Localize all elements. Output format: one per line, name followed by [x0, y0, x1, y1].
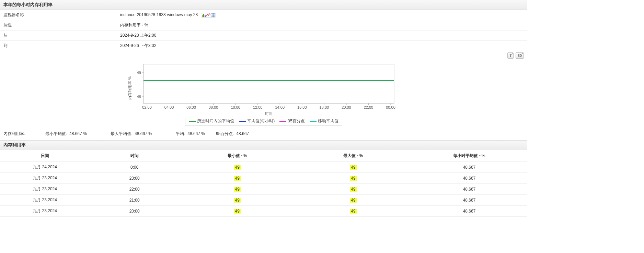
- info-row-monitor: 监视器名称 instance-20190528-1938-windows-may…: [0, 10, 527, 20]
- legend-label: 平均值(每小时): [247, 118, 275, 124]
- info-label: 监视器名称: [0, 10, 117, 20]
- table-header-row: 日期 时间 最小值 - % 最大值 - % 每小时平均值 - %: [0, 150, 527, 162]
- cell-time: 0:00: [90, 162, 179, 173]
- cell-max: 49: [295, 162, 411, 173]
- x-tick-label: 20:00: [342, 105, 351, 109]
- cell-min: 49: [179, 173, 295, 184]
- data-table-body: 九月 24,20240:00494948.667九月 23,202423:004…: [0, 162, 527, 217]
- monitor-name-link[interactable]: instance-20190528-1938-windows-may 28: [120, 12, 198, 17]
- cell-date: 九月 23,2024: [0, 173, 90, 184]
- y-tick-label: 48: [137, 95, 141, 99]
- cell-min: 49: [179, 184, 295, 195]
- x-axis-label: 时间: [265, 111, 273, 116]
- table-row: 九月 24,20240:00494948.667: [0, 162, 527, 173]
- table-row: 九月 23,202422:00494948.667: [0, 184, 527, 195]
- legend-label: 所选时间内的平均值: [197, 118, 234, 124]
- bar-chart-icon[interactable]: [202, 13, 206, 17]
- col-min[interactable]: 最小值 - %: [179, 150, 295, 162]
- stats-value: 48.667 %: [69, 131, 87, 136]
- x-tick-label: 08:00: [209, 105, 218, 109]
- summary-stats: 内存利用率: 最小平均值: 48.667 % 最大平均值: 48.667 % 平…: [0, 129, 527, 140]
- table-row: 九月 23,202420:00494948.667: [0, 206, 527, 217]
- range-7-button[interactable]: 7: [507, 52, 514, 59]
- memory-utilization-chart: 内存利用率 % 48 49 02:0004:0006:0008:0010:001…: [126, 61, 401, 116]
- x-tick-label: 10:00: [231, 105, 240, 109]
- info-row-from: 从 2024-9-23 上午2:00: [0, 31, 527, 41]
- info-label: 到: [0, 41, 117, 51]
- info-value: 内存利用率 - %: [117, 20, 527, 31]
- col-time[interactable]: 时间: [90, 150, 179, 162]
- stats-value: 48.667: [236, 131, 249, 136]
- col-date[interactable]: 日期: [0, 150, 90, 162]
- info-row-attr: 属性 内存利用率 - %: [0, 20, 527, 31]
- monitor-action-icons: [201, 13, 216, 17]
- svg-rect-7: [143, 64, 394, 104]
- stats-label: 平均:: [176, 131, 185, 136]
- report-panel: 本年的每小时内存利用率 监视器名称 instance-20190528-1938…: [0, 0, 527, 217]
- cell-min: 49: [179, 195, 295, 206]
- table-row: 九月 23,202421:00494948.667: [0, 195, 527, 206]
- info-value: instance-20190528-1938-windows-may 28: [117, 10, 527, 20]
- y-tick-label: 49: [137, 71, 141, 75]
- stats-metric-name: 内存利用率:: [3, 131, 34, 137]
- table-row: 九月 23,202423:00494948.667: [0, 173, 527, 184]
- col-avg[interactable]: 每小时平均值 - %: [411, 150, 527, 162]
- info-value: 2024-9-26 下午3:02: [117, 41, 527, 51]
- info-label: 从: [0, 31, 117, 41]
- cell-time: 22:00: [90, 184, 179, 195]
- x-tick-label: 12:00: [253, 105, 263, 109]
- legend-item: 平均值(每小时): [239, 118, 275, 124]
- stats-value: 48.667 %: [135, 131, 152, 136]
- line-chart-icon[interactable]: [206, 13, 210, 17]
- cell-max: 49: [295, 184, 411, 195]
- cell-max: 49: [295, 173, 411, 184]
- cell-time: 21:00: [90, 195, 179, 206]
- info-value: 2024-9-23 上午2:00: [117, 31, 527, 41]
- cell-date: 九月 23,2024: [0, 195, 90, 206]
- cell-avg: 48.667: [411, 195, 527, 206]
- x-tick-label: 22:00: [364, 105, 373, 109]
- svg-rect-0: [202, 15, 203, 17]
- legend-item: 95百分点: [279, 118, 304, 124]
- cell-max: 49: [295, 206, 411, 217]
- col-max[interactable]: 最大值 - %: [295, 150, 411, 162]
- svg-rect-1: [203, 14, 204, 17]
- info-row-to: 到 2024-9-26 下午3:02: [0, 41, 527, 51]
- y-axis-label: 内存利用率 %: [128, 76, 132, 100]
- cell-min: 49: [179, 162, 295, 173]
- stats-label: 95百分点:: [216, 131, 234, 136]
- cell-avg: 48.667: [411, 162, 527, 173]
- range-30-button[interactable]: 30: [516, 52, 524, 59]
- cell-date: 九月 23,2024: [0, 184, 90, 195]
- section-header-data: 内存利用率: [0, 140, 527, 150]
- cell-avg: 48.667: [411, 173, 527, 184]
- x-tick-label: 00:00: [386, 105, 395, 109]
- cell-avg: 48.667: [411, 206, 527, 217]
- legend-label: 移动平均值: [318, 118, 338, 124]
- info-label: 属性: [0, 20, 117, 31]
- stats-label: 最大平均值:: [111, 131, 132, 136]
- cell-avg: 48.667: [411, 184, 527, 195]
- chart-container: 内存利用率 % 48 49 02:0004:0006:0008:0010:001…: [0, 59, 527, 129]
- svg-rect-2: [205, 15, 206, 17]
- cell-max: 49: [295, 195, 411, 206]
- cell-time: 23:00: [90, 173, 179, 184]
- section-header-hourly: 本年的每小时内存利用率: [0, 0, 527, 10]
- legend-item: 移动平均值: [310, 118, 338, 124]
- cell-date: 九月 23,2024: [0, 206, 90, 217]
- x-tick-label: 02:00: [142, 105, 152, 109]
- x-tick-label: 16:00: [297, 105, 307, 109]
- x-tick-label: 14:00: [275, 105, 285, 109]
- x-tick-label: 04:00: [164, 105, 174, 109]
- stats-value: 48.667 %: [187, 131, 205, 136]
- cell-time: 20:00: [90, 206, 179, 217]
- x-tick-label: 06:00: [186, 105, 196, 109]
- grid-chart-icon[interactable]: [211, 13, 215, 17]
- x-tick-label: 18:00: [320, 105, 329, 109]
- legend-item: 所选时间内的平均值: [189, 118, 234, 124]
- cell-min: 49: [179, 206, 295, 217]
- data-table: 日期 时间 最小值 - % 最大值 - % 每小时平均值 - % 九月 24,2…: [0, 150, 527, 217]
- info-table: 监视器名称 instance-20190528-1938-windows-may…: [0, 10, 527, 51]
- range-buttons: 7 30: [0, 51, 527, 59]
- legend-label: 95百分点: [288, 118, 304, 124]
